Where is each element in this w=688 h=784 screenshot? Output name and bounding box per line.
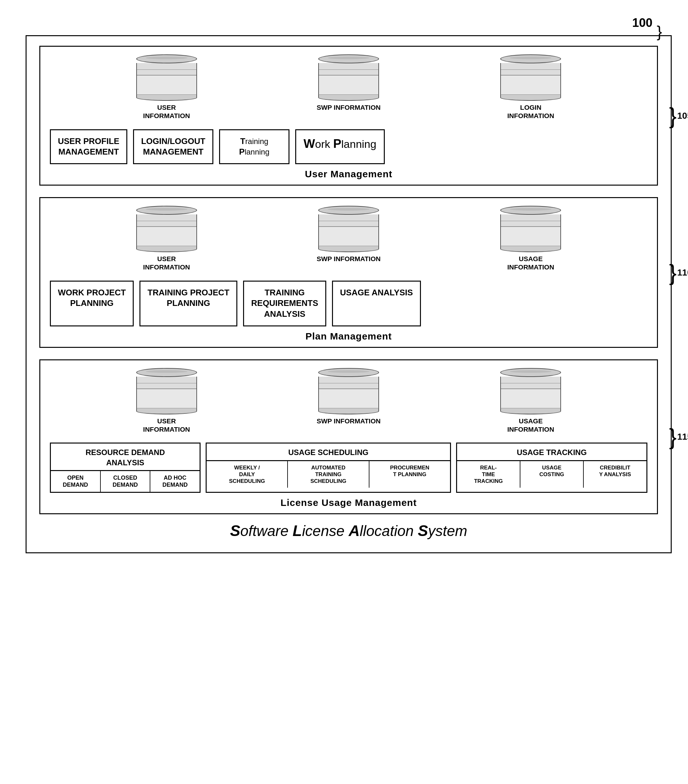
module-tra: TRAININGREQUIREMENTSANALYSIS bbox=[243, 281, 326, 326]
cylinder-user-info-1: USERINFORMATION bbox=[133, 54, 200, 120]
section-115: } 115 USERINFORMATION bbox=[39, 359, 658, 514]
section-label-115: License Usage Management bbox=[50, 497, 647, 508]
cylinder-swp-info-2: SWP INFORMATION bbox=[315, 206, 382, 272]
main-title: Software License Allocation System bbox=[39, 522, 658, 540]
cylinder-login-info-1: LOGININFORMATION bbox=[497, 54, 564, 120]
cylinder-usage-info-2: USAGEINFORMATION bbox=[497, 368, 564, 434]
sub-adhoc-demand: AD HOCDEMAND bbox=[150, 471, 200, 492]
module-wp: Work Planning bbox=[295, 129, 385, 165]
module-upm: USER PROFILEMANAGEMENT bbox=[50, 129, 127, 165]
cylinder-user-info-3: USERINFORMATION bbox=[133, 368, 200, 434]
sub-closed-demand: CLOSEDDEMAND bbox=[101, 471, 151, 492]
usage-tracking-title: USAGE TRACKING bbox=[457, 443, 647, 460]
module-tp: Training Planning bbox=[219, 129, 289, 165]
resource-demand-subs: OPENDEMAND CLOSEDDEMAND AD HOCDEMAND bbox=[51, 470, 200, 492]
cylinders-row-110: USERINFORMATION SWP INFORMATION bbox=[50, 206, 647, 272]
sub-procurement: PROCUREMENT PLANNING bbox=[369, 461, 450, 488]
cylinder-usage-info-1: USAGEINFORMATION bbox=[497, 206, 564, 272]
main-system-box: } 105 USERINFORMATION bbox=[26, 35, 672, 553]
module-llm: LOGIN/LOGOUTMANAGEMENT bbox=[133, 129, 213, 165]
usage-scheduling-title: USAGE SCHEDULING bbox=[207, 443, 450, 460]
section-label-105: User Management bbox=[50, 169, 647, 180]
module-groups-row-115: RESOURCE DEMANDANALYSIS OPENDEMAND CLOSE… bbox=[50, 443, 647, 492]
section-110: } 110 USERINFORMATION bbox=[39, 197, 658, 348]
section-105: } 105 USERINFORMATION bbox=[39, 46, 658, 186]
module-tpp: TRAINING PROJECTPLANNING bbox=[140, 281, 237, 326]
cylinder-swp-info-3: SWP INFORMATION bbox=[315, 368, 382, 434]
sub-usage-costing: USAGECOSTING bbox=[521, 461, 584, 488]
sub-automated-training: AUTOMATEDTRAININGSCHEDULING bbox=[288, 461, 369, 488]
cylinder-swp-info-1: SWP INFORMATION bbox=[315, 54, 382, 120]
cylinders-row-105: USERINFORMATION SWP INFORMATION bbox=[50, 54, 647, 120]
sub-realtime: REAL-TIMETRACKING bbox=[457, 461, 521, 488]
usage-tracking-subs: REAL-TIMETRACKING USAGECOSTING CREDIBILI… bbox=[457, 460, 647, 488]
module-ua: USAGE ANALYSIS bbox=[332, 281, 421, 326]
sub-open-demand: OPENDEMAND bbox=[51, 471, 101, 492]
ref-105: } 105 bbox=[669, 105, 688, 127]
usage-scheduling-subs: WEEKLY /DAILYSCHEDULING AUTOMATEDTRAININ… bbox=[207, 460, 450, 488]
cylinders-row-115: USERINFORMATION SWP INFORMATION bbox=[50, 368, 647, 434]
ref-110: } 110 bbox=[669, 262, 688, 284]
resource-demand-group: RESOURCE DEMANDANALYSIS OPENDEMAND CLOSE… bbox=[50, 443, 200, 492]
modules-row-105: USER PROFILEMANAGEMENT LOGIN/LOGOUTMANAG… bbox=[50, 129, 647, 165]
usage-tracking-group: USAGE TRACKING REAL-TIMETRACKING USAGECO… bbox=[456, 443, 647, 492]
section-label-110: Plan Management bbox=[50, 331, 647, 342]
cylinder-user-info-2: USERINFORMATION bbox=[133, 206, 200, 272]
sub-credibility: CREDIBILITY ANALYSIS bbox=[584, 461, 647, 488]
resource-demand-title: RESOURCE DEMANDANALYSIS bbox=[51, 443, 200, 470]
modules-row-110: WORK PROJECTPLANNING TRAINING PROJECTPLA… bbox=[50, 281, 647, 326]
sub-weekly-daily: WEEKLY /DAILYSCHEDULING bbox=[207, 461, 288, 488]
usage-scheduling-group: USAGE SCHEDULING WEEKLY /DAILYSCHEDULING… bbox=[206, 443, 451, 492]
ref-100: 100 bbox=[632, 16, 652, 30]
module-wpp: WORK PROJECTPLANNING bbox=[50, 281, 134, 326]
ref-115: } 115 bbox=[669, 426, 688, 448]
